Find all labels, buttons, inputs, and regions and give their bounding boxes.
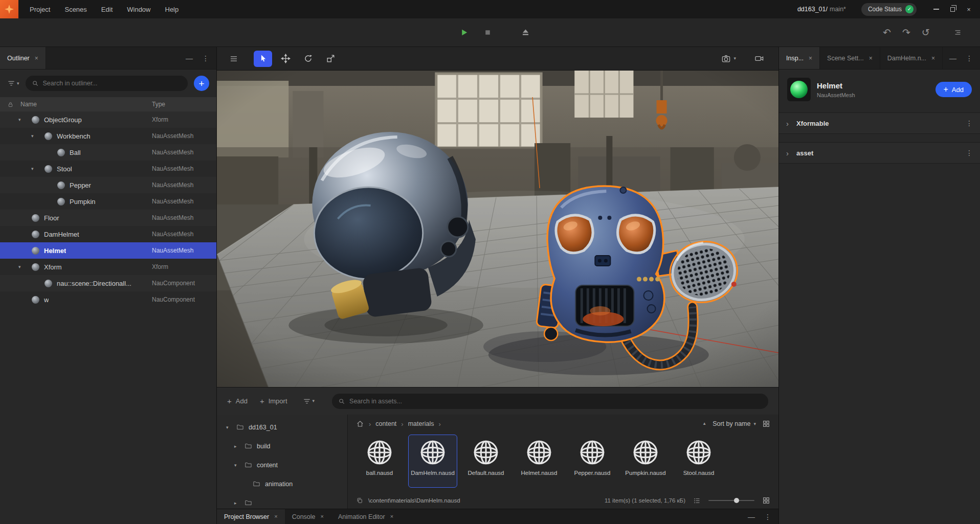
outliner-search-input[interactable] <box>43 80 182 87</box>
toolbar-settings-icon[interactable] <box>953 18 962 47</box>
menu-item[interactable]: Window <box>120 0 158 18</box>
code-status-badge[interactable]: Code Status ✓ <box>861 3 917 16</box>
viewport-menu-icon[interactable] <box>229 54 238 63</box>
close-icon[interactable]: × <box>390 514 393 519</box>
close-icon[interactable]: × <box>35 55 38 61</box>
folder-tree-item[interactable]: ▾ content <box>217 455 347 474</box>
chevron-icon[interactable]: ▸ <box>234 444 244 449</box>
asset-filter-icon[interactable]: ▾ <box>303 397 315 405</box>
sort-direction-icon[interactable]: ▲ <box>702 422 706 426</box>
sort-by-button[interactable]: Sort by name ▾ <box>712 420 756 427</box>
history-button[interactable]: ↺ <box>922 28 930 37</box>
outliner-row[interactable]: Helmet NauAssetMesh <box>0 242 216 259</box>
breadcrumb-link[interactable]: materials <box>408 420 434 427</box>
outliner-row[interactable]: Floor NauAssetMesh <box>0 210 216 226</box>
menu-item[interactable]: Help <box>158 0 186 18</box>
close-icon[interactable]: × <box>931 55 935 61</box>
rotate-tool-button[interactable] <box>299 51 317 67</box>
outliner-row[interactable]: DamHelmet NauAssetMesh <box>0 226 216 242</box>
bottom-tab[interactable]: Animation Editor × <box>331 509 400 524</box>
outliner-row[interactable]: Ball NauAssetMesh <box>0 144 216 161</box>
inspector-add-button[interactable]: + Add <box>936 82 972 97</box>
camera-settings-button[interactable]: ▾ <box>721 54 736 63</box>
inspector-tab[interactable]: Scene Sett... × <box>820 47 880 69</box>
close-icon[interactable]: × <box>274 514 277 519</box>
chevron-icon[interactable]: ▾ <box>226 425 236 430</box>
chevron-icon[interactable]: ▸ <box>234 500 244 506</box>
play-button[interactable] <box>457 26 471 39</box>
close-icon[interactable]: × <box>321 514 324 519</box>
inspector-tab[interactable]: Insp... × <box>779 47 820 69</box>
select-tool-button[interactable] <box>254 51 272 67</box>
menu-item[interactable]: Scenes <box>57 0 94 18</box>
menu-item[interactable]: Edit <box>94 0 120 18</box>
asset-search-input[interactable] <box>349 398 762 405</box>
build-eject-button[interactable] <box>519 26 532 39</box>
camera-view-button[interactable] <box>754 54 764 63</box>
panel-minimize-icon[interactable]: — <box>186 55 193 62</box>
outliner-row[interactable]: ▾ Xform Xform <box>0 259 216 275</box>
kebab-menu-icon[interactable]: ⋮ <box>966 120 973 127</box>
asset-tile[interactable]: Helmet.nausd <box>515 435 564 488</box>
inspector-section[interactable]: › asset ⋮ <box>779 142 980 164</box>
folder-tree-item[interactable]: ▾ dd163_01 <box>217 418 347 437</box>
viewport-3d[interactable] <box>217 71 778 387</box>
grid-view-icon[interactable] <box>762 420 770 428</box>
chevron-icon[interactable]: ▾ <box>18 264 32 269</box>
breadcrumb-link[interactable]: content <box>375 420 396 427</box>
asset-import-button[interactable]: + Import <box>260 397 287 405</box>
list-view-icon[interactable] <box>693 497 701 505</box>
chevron-icon[interactable]: ▾ <box>18 117 32 122</box>
scale-tool-button[interactable] <box>321 51 340 67</box>
move-tool-button[interactable] <box>276 51 295 67</box>
asset-tile[interactable]: Pepper.nausd <box>568 435 617 488</box>
home-icon[interactable] <box>356 420 364 428</box>
chevron-icon[interactable]: ▾ <box>31 166 44 171</box>
outliner-search-field[interactable] <box>26 76 188 91</box>
kebab-menu-icon[interactable]: ⋮ <box>966 55 973 62</box>
outliner-row[interactable]: ▾ Stool NauAssetMesh <box>0 161 216 177</box>
tab-outliner[interactable]: Outliner × <box>0 47 46 69</box>
outliner-row[interactable]: nau::scene::Directionall... NauComponent <box>0 275 216 291</box>
asset-tile[interactable]: Default.nausd <box>461 435 510 488</box>
panel-minimize-icon[interactable]: — <box>748 513 755 520</box>
menu-item[interactable]: Project <box>23 0 57 18</box>
slider-thumb[interactable] <box>734 498 739 503</box>
asset-search-field[interactable] <box>332 394 768 409</box>
chevron-icon[interactable]: ▾ <box>31 133 44 139</box>
thumbnail-size-slider[interactable] <box>708 500 754 501</box>
outliner-row[interactable]: Pepper NauAssetMesh <box>0 177 216 193</box>
inspector-section[interactable]: › Xformable ⋮ <box>779 112 980 134</box>
minimize-button[interactable] <box>928 0 944 18</box>
outliner-row[interactable]: ▾ ObjectGroup Xform <box>0 111 216 128</box>
close-icon[interactable]: × <box>869 55 873 61</box>
chevron-right-icon[interactable]: › <box>786 149 796 157</box>
kebab-menu-icon[interactable]: ⋮ <box>764 513 771 520</box>
redo-button[interactable]: ↷ <box>902 28 910 37</box>
outliner-row[interactable]: Pumpkin NauAssetMesh <box>0 193 216 210</box>
asset-add-button[interactable]: + Add <box>227 397 248 405</box>
stop-button[interactable] <box>481 26 494 39</box>
inspector-tab[interactable]: DamHelm.n... × <box>880 47 943 69</box>
folder-tree-item[interactable]: ▸ <box>217 493 347 509</box>
outliner-row[interactable]: w NauComponent <box>0 291 216 308</box>
asset-tile[interactable]: ball.nausd <box>355 435 404 488</box>
grid-view-icon[interactable] <box>762 496 770 505</box>
restore-button[interactable] <box>944 0 961 18</box>
close-icon[interactable]: × <box>809 55 812 61</box>
chevron-icon[interactable]: ▾ <box>234 463 244 468</box>
panel-minimize-icon[interactable]: — <box>949 55 956 62</box>
asset-tile[interactable]: Stool.nausd <box>674 435 723 488</box>
kebab-menu-icon[interactable]: ⋮ <box>202 55 209 62</box>
undo-button[interactable]: ↶ <box>883 28 891 37</box>
asset-tile[interactable]: DamHelm.nausd <box>408 435 457 488</box>
chevron-right-icon[interactable]: › <box>786 120 796 127</box>
bottom-tab[interactable]: Console × <box>285 509 331 524</box>
kebab-menu-icon[interactable]: ⋮ <box>966 149 973 156</box>
app-logo-icon[interactable] <box>0 0 18 18</box>
add-object-button[interactable]: + <box>194 76 209 91</box>
bottom-tab[interactable]: Project Browser × <box>217 509 285 524</box>
outliner-row[interactable]: ▾ Workbench NauAssetMesh <box>0 128 216 144</box>
folder-tree-item[interactable]: ▸ build <box>217 437 347 455</box>
close-button[interactable]: × <box>961 0 977 18</box>
